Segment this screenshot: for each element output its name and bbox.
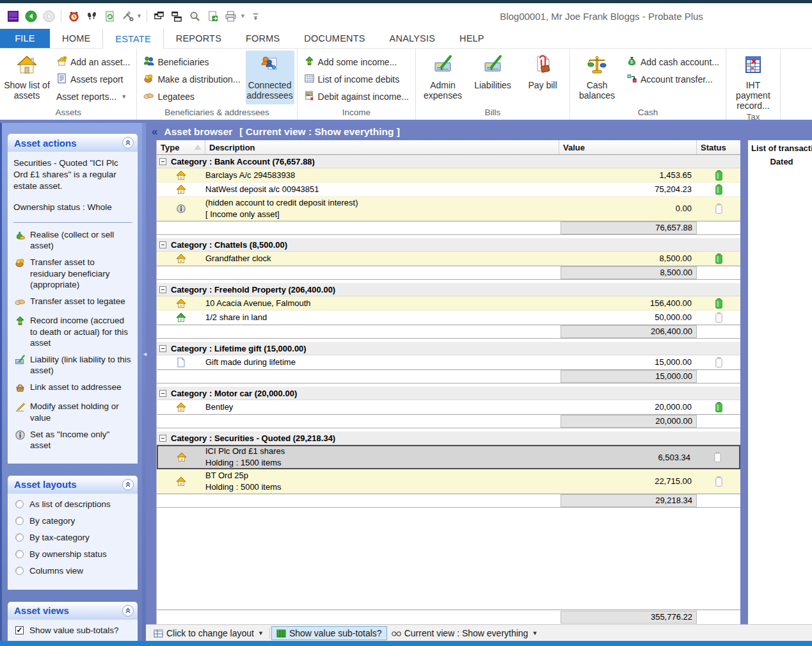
back-button-icon[interactable]: [23, 8, 38, 24]
tab-analysis[interactable]: ANALYSIS: [378, 28, 447, 48]
sidebar-splitter[interactable]: ◄: [142, 123, 146, 641]
record-income-accrued-to-death-or-actual-action[interactable]: Record income (accrued to death or actua…: [13, 315, 132, 349]
dropdown-caret-icon[interactable]: ▼: [240, 13, 246, 19]
dropdown-caret-icon[interactable]: ▼: [136, 13, 142, 19]
radio-button-icon[interactable]: [15, 550, 24, 558]
category-row[interactable]: Category : Securities - Quoted (29,218.3…: [157, 432, 740, 445]
document-export-icon[interactable]: [205, 8, 221, 24]
asset-row[interactable]: Barclays A/c 2945839381,453.65: [157, 168, 740, 182]
asset-reports--button[interactable]: Asset reports...▼: [52, 88, 134, 105]
realise-collect-or-sell-asset--action[interactable]: Realise (collect or sell asset): [13, 229, 132, 252]
category-row[interactable]: Category : Lifetime gift (15,000.00): [157, 342, 740, 355]
beneficiaries-button[interactable]: Beneficiaries: [139, 53, 244, 70]
description-line: Holding : 1500 items: [205, 457, 553, 469]
tab-reports[interactable]: REPORTS: [164, 28, 234, 48]
tab-documents[interactable]: DOCUMENTS: [292, 28, 377, 48]
show-list-of-assets-button[interactable]: Show list of assets: [3, 51, 51, 104]
collapse-panel-button[interactable]: [122, 479, 134, 490]
panel-divider[interactable]: [740, 140, 748, 624]
by-ownership-status-option[interactable]: By ownership status: [13, 549, 132, 559]
collapse-panel-button[interactable]: [122, 137, 134, 149]
asset-row[interactable]: NatWest deposit a/c 0094385175,204.23: [157, 182, 740, 197]
radio-button-icon[interactable]: [15, 567, 24, 575]
forward-button-icon[interactable]: [41, 8, 56, 24]
collapse-category-icon[interactable]: [159, 390, 166, 397]
category-row[interactable]: Category : Chattels (8,500.00): [157, 238, 740, 252]
footprints-icon[interactable]: [84, 8, 99, 24]
by-tax-category-option[interactable]: By tax-category: [13, 533, 132, 542]
add-cash-account--button[interactable]: $Add cash account...: [623, 53, 723, 70]
collapse-category-icon[interactable]: [159, 286, 166, 293]
radio-button-icon[interactable]: [15, 533, 24, 542]
add-an-asset--button[interactable]: Add an asset...: [52, 53, 134, 70]
app-logo-icon[interactable]: [5, 8, 20, 24]
collapse-chevron-icon[interactable]: «: [152, 125, 157, 138]
columns-view-option[interactable]: Columns view: [13, 566, 132, 576]
tools-icon[interactable]: [120, 8, 135, 24]
link-asset-to-addressee-action[interactable]: Link asset to addressee: [13, 382, 132, 396]
radio-button-icon[interactable]: [15, 500, 24, 508]
add-some-income--button[interactable]: Add some income...: [300, 53, 413, 70]
tab-forms[interactable]: FORMS: [234, 28, 292, 48]
liability-link-liability-to-this-asset--action[interactable]: Liability (link liability to this asset): [13, 354, 132, 376]
asset-row[interactable]: 1/2 share in land50,000.00: [157, 311, 740, 325]
asset-row[interactable]: 10 Acacia Avenue, Falmouth156,400.00: [157, 296, 740, 311]
column-header-description[interactable]: Description: [205, 140, 559, 154]
transfer-asset-to-residuary-beneficiary--action[interactable]: Transfer asset to residuary beneficiary …: [13, 257, 132, 291]
tab-help[interactable]: HELP: [447, 28, 497, 48]
panel-header[interactable]: Asset actions: [8, 134, 138, 152]
asset-row[interactable]: ICI Plc Ord £1 sharesHolding : 1500 item…: [157, 445, 740, 469]
category-row[interactable]: Category : Freehold Property (206,400.00…: [157, 283, 740, 296]
set-as-income-only-asset-action[interactable]: Set as "Income only" asset: [13, 429, 132, 451]
iht-payment-record--button[interactable]: IHT payment record...: [729, 51, 777, 111]
category-row[interactable]: Category : Bank Account (76,657.88): [157, 155, 740, 168]
current-view-button[interactable]: Current view : Show everything ▼: [387, 626, 543, 640]
asset-row[interactable]: BT Ord 25pHolding : 5000 items22,715.00: [157, 469, 740, 494]
debit-against-income--button[interactable]: dbtDebit against income...: [300, 88, 413, 105]
show-subtotals-button[interactable]: Show value sub-totals?: [271, 626, 387, 640]
collapse-panel-button[interactable]: [122, 605, 134, 617]
tab-estate[interactable]: ESTATE: [102, 28, 163, 49]
change-layout-button[interactable]: Click to change layout ▼: [149, 626, 268, 640]
asset-row[interactable]: Gift made during lifetime15,000.00: [157, 355, 740, 369]
window-cascade-icon[interactable]: [152, 8, 167, 24]
column-header-value[interactable]: Value: [559, 140, 697, 154]
collapse-category-icon[interactable]: [159, 345, 166, 352]
asset-row[interactable]: Grandfather clock8,500.00: [157, 252, 740, 266]
radio-button-icon[interactable]: [15, 517, 24, 525]
transfer-asset-to-legatee-action[interactable]: Transfer asset to legatee: [13, 296, 132, 311]
liabilities-button[interactable]: Liabilities: [468, 51, 517, 104]
asset-row[interactable]: (hidden account to credit deposit intere…: [157, 197, 740, 221]
show-subtotals-checkbox-row[interactable]: ✓Show value sub-totals?: [13, 626, 132, 635]
column-header-type[interactable]: Type: [157, 140, 205, 154]
column-header-status[interactable]: Status: [697, 140, 740, 154]
printer-icon[interactable]: [223, 8, 239, 24]
make-a-distribution--button[interactable]: Make a distribution...: [139, 70, 244, 88]
cash-balances-button[interactable]: Cash balances: [573, 51, 621, 104]
assets-report-button[interactable]: Assets report: [52, 70, 134, 88]
legatees-button[interactable]: Legatees: [139, 88, 244, 105]
tab-file[interactable]: FILE: [0, 28, 50, 48]
toolbar-more-icon[interactable]: [248, 8, 264, 24]
category-row[interactable]: Category : Motor car (20,000.00): [157, 387, 740, 400]
pay-bill-button[interactable]: Pay bill: [518, 51, 567, 104]
collapse-category-icon[interactable]: [159, 241, 166, 248]
as-list-of-descriptions-option[interactable]: As list of descriptions: [13, 499, 132, 509]
by-category-option[interactable]: By category: [13, 516, 132, 526]
modify-asset-holding-or-value-action[interactable]: Modify asset holding or value: [13, 401, 132, 423]
window-tile-icon[interactable]: [170, 8, 185, 24]
alarm-clock-icon[interactable]: [66, 8, 81, 24]
connected-addressees-button[interactable]: Connected addressees: [246, 51, 294, 104]
asset-row[interactable]: Bentley20,000.00: [157, 400, 740, 414]
admin-expenses-button[interactable]: Admin expenses: [418, 51, 467, 104]
panel-header[interactable]: Asset layouts: [8, 476, 138, 494]
panel-header[interactable]: Asset views: [8, 602, 138, 620]
list-of-income-debits-button[interactable]: List of income debits: [300, 70, 413, 88]
collapse-category-icon[interactable]: [159, 435, 166, 442]
refresh-document-icon[interactable]: [102, 8, 117, 24]
collapse-category-icon[interactable]: [159, 158, 166, 165]
account-transfer--button[interactable]: Account transfer...: [623, 70, 723, 88]
search-icon[interactable]: [187, 8, 203, 24]
tab-home[interactable]: HOME: [50, 28, 102, 48]
checkbox-icon[interactable]: ✓: [15, 626, 24, 634]
